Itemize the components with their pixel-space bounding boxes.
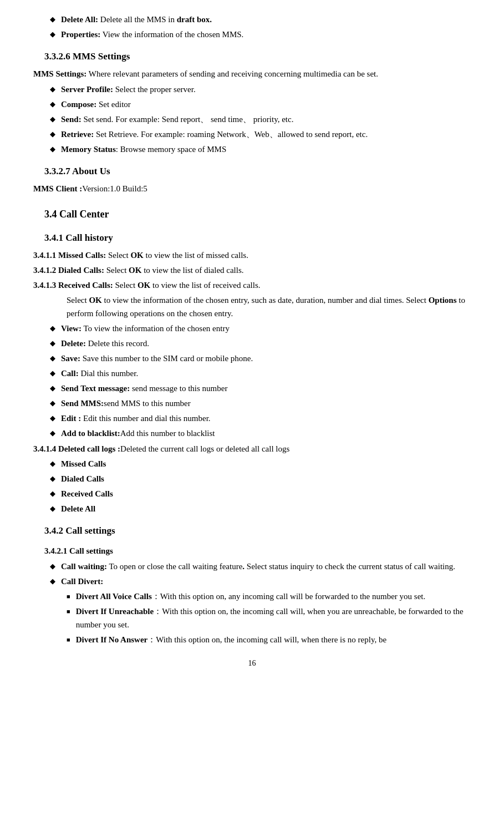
bullet-divert-unreachable: ■ Divert If Unreachable：With this option… [67,605,471,631]
mms-client-label: MMS Client : [33,184,82,193]
label-3412: 3.4.1.2 Dialed Calls: [33,266,104,275]
mms-settings-label: MMS Settings: [33,69,86,78]
heading-342: 3.4.2 Call settings [44,523,471,538]
received-calls-text: Received Calls [61,487,471,500]
label-3413: 3.4.1.3 Received Calls: [33,281,113,290]
bullet-view: ◆ View: To view the information of the c… [50,322,471,335]
ok-3413: OK [138,281,150,290]
bullet-divert-all: ■ Divert All Voice Calls：With this optio… [67,590,471,603]
label-3411: 3.4.1.1 Missed Calls: [33,251,106,260]
bullet-received-calls: ◆ Received Calls [50,487,471,500]
bullet-delete-all-calls: ◆ Delete All [50,502,471,515]
delete-all-label: Delete All: [61,15,98,24]
bullet-delete-all: ◆ Delete All: Delete all the MMS in draf… [50,13,471,26]
ok-3411: OK [130,251,143,260]
heading-3326: 3.3.2.6 MMS Settings [44,49,471,64]
bullet-missed-calls: ◆ Missed Calls [50,457,471,470]
dialed-calls-text: Dialed Calls [61,472,471,485]
section-3413: 3.4.1.3 Received Calls: Select OK to vie… [33,278,471,292]
bullet-edit: ◆ Edit : Edit this number and dial this … [50,412,471,425]
bullet-delete: ◆ Delete: Delete this record. [50,337,471,350]
mms-settings-text: Where relevant parameters of sending and… [86,69,378,78]
bullet-compose: ◆ Compose: Set editor [50,98,471,111]
heading-34: 3.4 Call Center [44,206,471,222]
diamond-icon-2: ◆ [50,29,55,40]
mms-client: MMS Client :Version:1.0 Build:5 [33,182,471,195]
missed-calls-text: Missed Calls [61,457,471,470]
bullet-call-divert: ◆ Call Divert: [50,575,471,588]
bullet-properties: ◆ Properties: View the information of th… [50,28,471,41]
section-3414: 3.4.1.4 Deleted call logs :Deleted the c… [33,442,471,455]
bullet-call: ◆ Call: Dial this number. [50,367,471,380]
section-3412: 3.4.1.2 Dialed Calls: Select OK to view … [33,263,471,277]
properties-text: View the information of the chosen MMS. [100,30,243,39]
mms-settings-intro: MMS Settings: Where relevant parameters … [33,67,471,80]
section-3411: 3.4.1.1 Missed Calls: Select OK to view … [33,249,471,262]
heading-341: 3.4.1 Call history [44,230,471,245]
mms-client-text: Version:1.0 Build:5 [82,184,147,193]
bullet-send-mms: ◆ Send MMS:send MMS to this number [50,397,471,410]
bullet-divert-no-answer: ■ Divert If No Answer：With this option o… [67,633,471,646]
heading-3327: 3.3.2.7 About Us [44,164,471,179]
delete-all-text: Delete all the MMS in [98,15,177,24]
bullet-memory-status: ◆ Memory Status: Browse memory space of … [50,143,471,156]
page-number: 16 [33,657,471,670]
bullet-send: ◆ Send: Set send. For example: Send repo… [50,113,471,126]
ok-3412: OK [129,266,141,275]
label-3414: 3.4.1.4 Deleted call logs : [33,444,120,453]
bullet-server-profile: ◆ Server Profile: Select the proper serv… [50,83,471,96]
bullet-call-waiting: ◆ Call waiting: To open or close the cal… [50,560,471,573]
bullet-save: ◆ Save: Save this number to the SIM card… [50,352,471,365]
diamond-icon: ◆ [50,14,55,26]
heading-3421: 3.4.2.1 Call settings [44,544,471,558]
bullet-blacklist: ◆ Add to blacklist:Add this number to bl… [50,427,471,440]
bullet-send-text: ◆ Send Text message: send message to thi… [50,382,471,395]
bullet-retrieve: ◆ Retrieve: Set Retrieve. For example: r… [50,128,471,141]
bullet-dialed-calls: ◆ Dialed Calls [50,472,471,485]
properties-label: Properties: [61,30,100,39]
delete-all-bold: draft box. [177,15,212,24]
ok-info-para: Select OK to view the information of the… [67,293,471,320]
